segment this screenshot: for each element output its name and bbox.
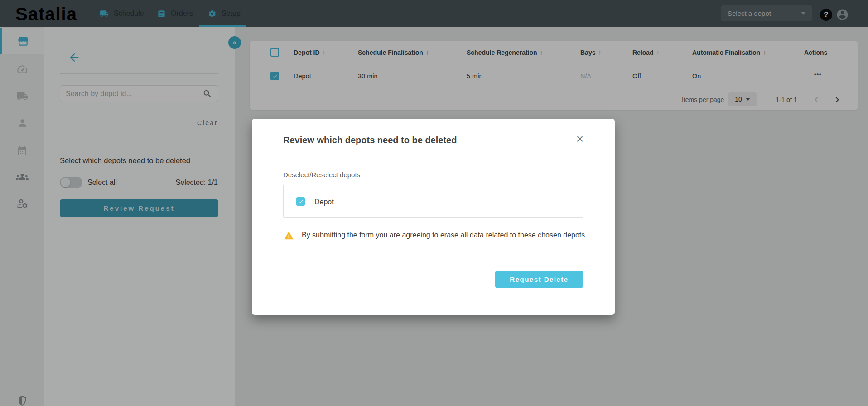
modal-title: Review which depots need to be deleted: [283, 135, 457, 145]
warning-row: By submitting the form you are agreeing …: [283, 230, 587, 241]
depot-checkbox-label: Depot: [314, 198, 334, 206]
depot-selection-box: Depot: [283, 185, 583, 218]
modal-close-button[interactable]: ×: [572, 131, 588, 147]
deselect-reselect-link[interactable]: Deselect/Reselect depots: [283, 171, 360, 179]
warning-text: By submitting the form you are agreeing …: [302, 230, 585, 240]
close-icon: ×: [576, 132, 583, 146]
request-delete-button[interactable]: Request Delete: [495, 271, 583, 288]
warning-icon: [283, 231, 294, 241]
depot-checkbox[interactable]: [296, 197, 305, 206]
delete-review-modal: Review which depots need to be deleted ×…: [252, 119, 615, 315]
check-icon: [298, 198, 304, 205]
